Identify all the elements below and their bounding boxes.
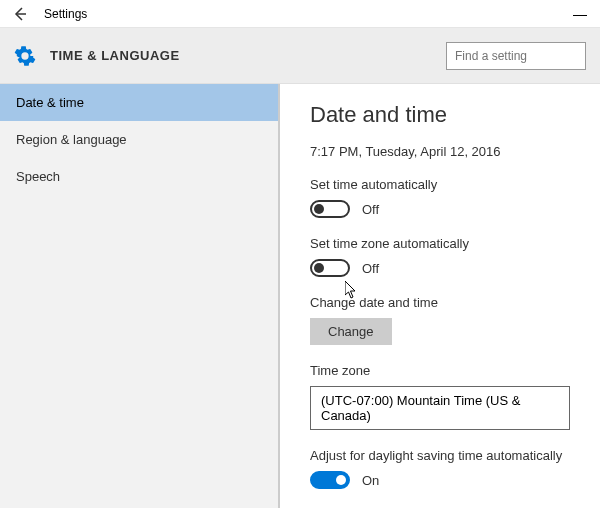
current-datetime: 7:17 PM, Tuesday, April 12, 2016 xyxy=(310,144,572,159)
sidebar: Date & time Region & language Speech xyxy=(0,84,280,508)
set-time-auto-label: Set time automatically xyxy=(310,177,572,192)
timezone-label: Time zone xyxy=(310,363,572,378)
dst-label: Adjust for daylight saving time automati… xyxy=(310,448,572,463)
set-tz-auto-toggle[interactable] xyxy=(310,259,350,277)
change-button[interactable]: Change xyxy=(310,318,392,345)
back-button[interactable] xyxy=(8,2,32,26)
titlebar: Settings — xyxy=(0,0,600,28)
timezone-value: (UTC-07:00) Mountain Time (US & Canada) xyxy=(321,393,559,423)
content: Date and time 7:17 PM, Tuesday, April 12… xyxy=(280,84,600,508)
timezone-dropdown[interactable]: (UTC-07:00) Mountain Time (US & Canada) xyxy=(310,386,570,430)
header: TIME & LANGUAGE xyxy=(0,28,600,84)
set-tz-auto-label: Set time zone automatically xyxy=(310,236,572,251)
gear-icon xyxy=(14,45,36,67)
sidebar-item-date-time[interactable]: Date & time xyxy=(0,84,278,121)
sidebar-item-region-language[interactable]: Region & language xyxy=(0,121,278,158)
set-tz-auto-state: Off xyxy=(362,261,379,276)
set-time-auto-state: Off xyxy=(362,202,379,217)
minimize-button[interactable]: — xyxy=(568,6,592,22)
window-title: Settings xyxy=(44,7,87,21)
set-time-auto-toggle[interactable] xyxy=(310,200,350,218)
change-datetime-label: Change date and time xyxy=(310,295,572,310)
dst-state: On xyxy=(362,473,379,488)
sidebar-item-speech[interactable]: Speech xyxy=(0,158,278,195)
dst-toggle[interactable] xyxy=(310,471,350,489)
search-input[interactable] xyxy=(446,42,586,70)
category-title: TIME & LANGUAGE xyxy=(50,48,180,63)
page-title: Date and time xyxy=(310,102,572,128)
